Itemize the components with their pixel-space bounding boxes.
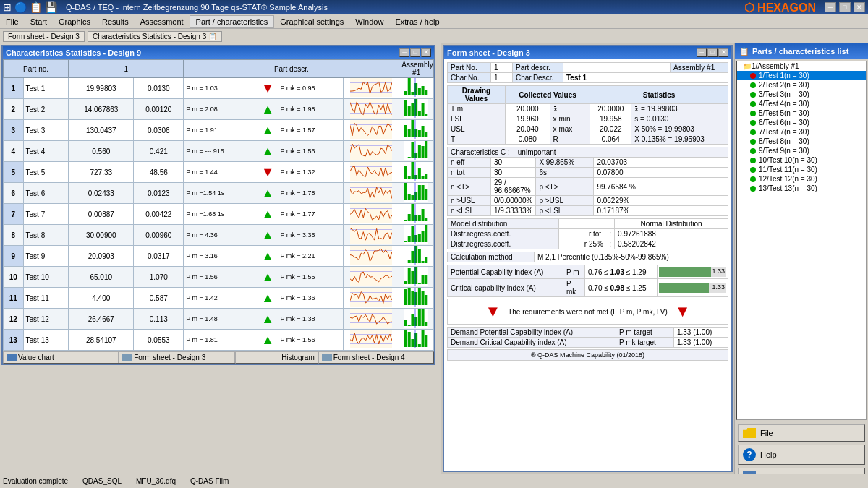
tree-item[interactable]: 2/Test 2(n = 30) [737,80,866,90]
form-win-minimize[interactable]: ─ [697,48,707,57]
table-row-name: Test 8 [23,225,69,246]
table-row-v1: 26.4667 [69,309,134,330]
table-row-v1: 19.99803 [69,78,134,99]
menu-start[interactable]: Start [25,16,53,27]
xbar-coll: 20.0000 [590,104,631,114]
table-row-num: 9 [4,246,24,267]
form-win-close[interactable]: ✕ [718,48,728,57]
table-row-arrow: ▼ [258,162,278,183]
menu-part-char[interactable]: Part / characteristics [190,15,275,28]
close-btn[interactable]: ✕ [854,2,865,12]
btn-histogram[interactable]: Histogram [235,351,318,364]
status-eval: Evaluation complete [3,477,68,485]
table-row-arrow: ▲ [258,246,278,267]
menu-assessment[interactable]: Assessment [135,16,190,27]
svg-rect-88 [425,257,427,263]
svg-rect-47 [422,176,425,179]
tree-item[interactable]: 11/Test 11(n = 30) [737,165,866,174]
svg-rect-58 [425,189,427,200]
minimize-btn[interactable]: ─ [825,2,836,12]
maximize-btn[interactable]: □ [839,2,851,12]
char-c-label: Characteristics C : unimportant [448,147,728,158]
table-row-name: Test 6 [23,183,69,204]
col-part-no: Part no. [4,60,69,78]
model-dist-value [558,219,614,229]
table-row-chart [343,162,399,183]
center-panel: Form sheet - Design 3 ─ □ ✕ Part No. 1 P… [441,43,734,488]
menu-results[interactable]: Results [96,16,135,27]
tree-item[interactable]: 1/Test 1(n = 30) [737,71,866,80]
value-chart-label: Value chart [18,354,54,361]
assembly-label: Assembly #1 [671,63,728,73]
win-minimize[interactable]: ─ [399,48,409,57]
tree-item[interactable]: 13/Test 13(n = 30) [737,184,866,193]
tree-dot [750,111,756,116]
nusl-val: 0/0.00000% [491,196,536,206]
table-row-arrow: ▲ [258,99,278,120]
xmax-coll: 20.022 [590,124,631,134]
menu-graphics[interactable]: Graphics [53,16,96,27]
svg-rect-34 [412,142,414,158]
tree-item[interactable]: 3/Test 3(n = 30) [737,90,866,99]
chart-icon [7,354,17,361]
parts-tree[interactable]: 📁1/Assembly #11/Test 1(n = 30)2/Test 2(n… [736,61,867,420]
table-row-chart [343,225,399,246]
form-win-maximize[interactable]: □ [707,48,718,57]
tree-item[interactable]: 7/Test 7(n = 30) [737,127,866,137]
menu-extras[interactable]: Extras / help [389,16,445,27]
svg-rect-102 [404,289,407,305]
svg-rect-94 [412,271,414,284]
table-row-hist [399,162,434,183]
r-coll: 0.064 [590,134,631,145]
char-stats-title: Characteristics Statistics - Design 9 ─ … [3,46,434,59]
btn-value-chart[interactable]: Value chart [3,351,119,364]
potential-range: 0.76 ≤ 1.03 ≤ 1.29 [585,265,658,279]
btn-file[interactable]: File [738,424,865,442]
table-row-v2: 0.00422 [134,204,184,225]
btn-form-sheet-4[interactable]: Form sheet - Design 4 [318,351,434,364]
svg-rect-104 [412,291,414,305]
breadcrumb-form-sheet[interactable]: Form sheet - Design 3 [3,31,85,42]
table-row-name: Test 9 [23,246,69,267]
svg-rect-66 [418,215,421,221]
btn-help[interactable]: ? Help [738,445,865,465]
svg-rect-52 [404,183,407,200]
svg-rect-108 [425,295,427,305]
usl-draw: 20.040 [506,124,550,134]
title-bar: ⊞ 🔵 📋 💾 Q-DAS / TEQ - intern Zeitbegrenz… [0,0,868,14]
svg-rect-124 [412,339,414,347]
xmin-coll: 19.958 [590,114,631,124]
tree-item[interactable]: 8/Test 8(n = 30) [737,137,866,146]
nusl-label: n >USL [448,196,491,206]
svg-rect-7 [422,86,425,95]
tree-item[interactable]: 9/Test 9(n = 30) [737,146,866,155]
menu-file[interactable]: File [0,16,25,27]
tree-item[interactable]: 6/Test 6(n = 30) [737,118,866,127]
svg-rect-113 [408,325,411,326]
breadcrumb-char-stats[interactable]: Characteristics Statistics - Design 3 📋 [88,31,222,42]
table-row-chart [343,120,399,141]
svg-rect-118 [425,322,427,326]
part-no-value: 1 [491,63,513,73]
win-close[interactable]: ✕ [421,48,431,57]
menu-graphical-settings[interactable]: Graphical settings [274,16,349,27]
tree-item[interactable]: 10/Test 10(n = 30) [737,155,866,165]
btn-form-sheet-3[interactable]: Form sheet - Design 3 [119,351,234,364]
table-row-v2: 0.587 [134,288,184,309]
tree-item[interactable]: 📁1/Assembly #1 [737,61,866,71]
tree-item[interactable]: 5/Test 5(n = 30) [737,108,866,118]
nlsl-label: n <LSL [448,206,491,216]
win-maximize[interactable]: □ [410,48,420,57]
menu-window[interactable]: Window [349,16,389,27]
x0135-stat-label: X 0.135% = 19.95903 [631,134,728,145]
nt-val: 29 / 96.66667% [491,178,536,196]
table-row-pmk: P mk = 1.98 [278,99,343,120]
table-row-num: 7 [4,204,24,225]
xmin-label: x min [550,114,590,124]
table-row-num: 12 [4,309,24,330]
svg-rect-87 [422,261,425,263]
histogram-label: Histogram [281,354,315,361]
tree-item[interactable]: 12/Test 12(n = 30) [737,174,866,184]
x9986-label: X 99.865% [536,158,594,168]
tree-item[interactable]: 4/Test 4(n = 30) [737,99,866,108]
